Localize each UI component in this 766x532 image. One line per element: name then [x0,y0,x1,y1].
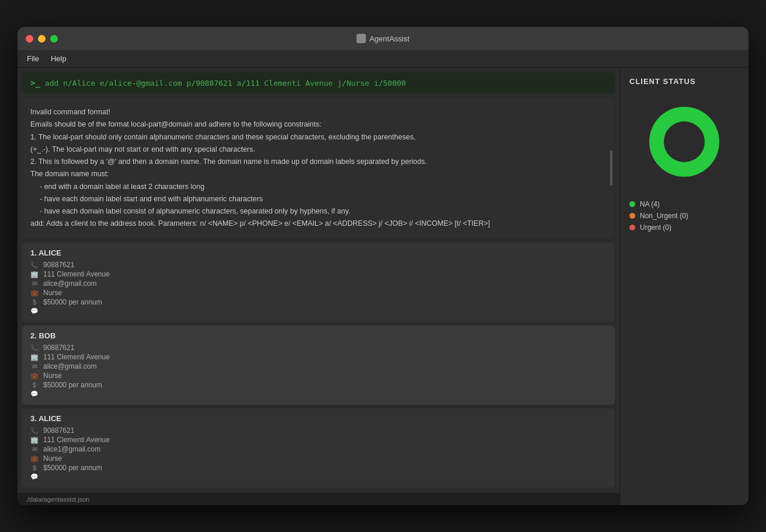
traffic-lights [26,35,58,43]
client-income-3: $ $50000 per annum [30,464,607,472]
content-area: >_ add n/Alice e/alice-@gmail.com p/9088… [18,68,748,505]
client-card-1[interactable]: 1. ALICE 📞 90887621 🏢 111 Clementi Avenu… [22,243,615,322]
client-tier-1: 💬 [30,307,607,315]
client-income-2: $ $50000 per annum [30,381,607,389]
dot-non-urgent [629,213,635,219]
job-icon: 💼 [30,289,39,297]
error-line-0: Invalid command format! [30,106,607,118]
legend-urgent-label: Urgent (0) [640,223,671,232]
phone-icon: 📞 [30,261,39,269]
income-icon-2: $ [30,382,39,388]
error-line-1: Emails should be of the format local-par… [30,118,607,131]
menu-help[interactable]: Help [51,54,67,63]
minimize-button[interactable] [38,35,46,43]
error-line-4: 2. This is followed by a '@' and then a … [30,156,607,168]
error-line-9: add: Adds a client to the address book. … [30,218,607,230]
income-icon-3: $ [30,464,39,471]
client-job-2: 💼 Nurse [30,372,607,380]
client-card-3[interactable]: 3. ALICE 📞 90887621 🏢 111 Clementi Avenu… [22,408,615,488]
client-tier-2: 💬 [30,390,607,398]
client-address-3: 🏢 111 Clementi Avenue [30,436,607,444]
client-email-3: ✉ alice1@gmail.com [30,445,607,453]
address-icon-3: 🏢 [30,436,39,444]
income-icon: $ [30,299,39,306]
close-button[interactable] [26,35,33,43]
error-line-6: - end with a domain label at least 2 cha… [30,181,607,193]
svg-point-1 [664,121,705,162]
tier-icon-2: 💬 [30,390,39,398]
prompt-symbol: >_ [30,78,40,88]
left-panel: >_ add n/Alice e/alice-@gmail.com p/9088… [18,68,620,505]
error-line-5: The domain name must: [30,168,607,180]
title-bar: AgentAssist [18,27,748,50]
phone-icon-2: 📞 [30,344,39,352]
email-icon-3: ✉ [30,446,39,453]
window-title: AgentAssist [357,34,410,43]
dot-na [629,201,635,207]
right-panel: CLIENT STATUS NA (4) Non_Urgent [620,68,748,505]
dot-urgent [629,225,635,230]
error-line-8: - have each domain label consist of alph… [30,205,607,218]
job-icon-2: 💼 [30,372,39,380]
address-icon: 🏢 [30,271,39,278]
client-name-1: 1. ALICE [30,249,607,257]
client-address-1: 🏢 111 Clementi Avenue [30,270,607,278]
tier-icon: 💬 [30,307,39,315]
status-bar: ./data/agentassist.json [18,493,619,505]
legend-urgent: Urgent (0) [629,223,739,232]
menu-bar: File Help [18,50,748,68]
app-icon [357,34,366,43]
error-line-7: - have each domain label start and end w… [30,193,607,205]
phone-icon-3: 📞 [30,427,39,435]
email-icon: ✉ [30,280,39,288]
maximize-button[interactable] [50,35,58,43]
client-name-2: 2. BOB [30,331,607,340]
error-line-3: (+_.-). The local-part may not start or … [30,144,607,156]
client-income-1: $ $50000 per annum [30,298,607,306]
job-icon-3: 💼 [30,455,39,463]
legend-na-label: NA (4) [640,200,660,208]
donut-chart [638,95,731,188]
error-line-2: 1. The local-part should only contain al… [30,131,607,144]
menu-file[interactable]: File [27,54,39,63]
app-window: AgentAssist File Help >_ add n/Alice e/a… [18,27,748,505]
client-address-2: 🏢 111 Clementi Avenue [30,353,607,361]
legend: NA (4) Non_Urgent (0) Urgent (0) [629,200,739,235]
client-email-2: ✉ alice@gmail.com [30,362,607,370]
address-icon-2: 🏢 [30,354,39,361]
client-phone-3: 📞 90887621 [30,426,607,435]
error-output: Invalid command format! Emails should be… [22,98,615,238]
client-phone-1: 📞 90887621 [30,261,607,269]
client-list[interactable]: 1. ALICE 📞 90887621 🏢 111 Clementi Avenu… [18,243,619,493]
client-job-3: 💼 Nurse [30,454,607,463]
email-icon-2: ✉ [30,363,39,370]
tier-icon-3: 💬 [30,473,39,481]
client-card-2[interactable]: 2. BOB 📞 90887621 🏢 111 Clementi Avenue … [22,326,615,405]
legend-na: NA (4) [629,200,739,208]
scroll-indicator [610,150,612,186]
legend-non-urgent-label: Non_Urgent (0) [640,212,688,220]
client-name-3: 3. ALICE [30,414,607,423]
client-email-1: ✉ alice@gmail.com [30,279,607,288]
client-job-1: 💼 Nurse [30,289,607,297]
legend-non-urgent: Non_Urgent (0) [629,212,739,220]
client-phone-2: 📞 90887621 [30,344,607,352]
client-status-title: CLIENT STATUS [629,77,696,86]
command-text: add n/Alice e/alice-@gmail.com p/9088762… [45,79,406,88]
command-bar: >_ add n/Alice e/alice-@gmail.com p/9088… [22,72,615,93]
client-tier-3: 💬 [30,473,607,481]
